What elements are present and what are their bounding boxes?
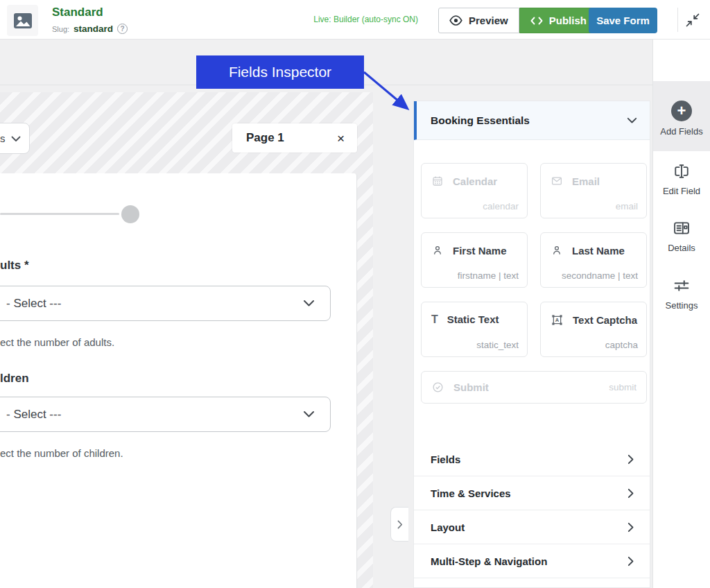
field-card-text-captcha[interactable]: A Text Captcha captcha — [540, 302, 647, 357]
adults-select[interactable]: - Select --- — [0, 286, 331, 321]
field-card-label: First Name — [453, 245, 507, 257]
preview-publish-group: Preview Publish — [438, 8, 598, 33]
captcha-icon: A — [551, 313, 564, 327]
fields-inspector-callout: Fields Inspector — [196, 55, 364, 89]
help-icon[interactable]: ? — [117, 24, 128, 34]
sidebar-item-details[interactable]: Details — [653, 218, 710, 253]
adults-select-value: - Select --- — [6, 297, 303, 311]
section-multi-step[interactable]: Multi-Step & Navigation — [414, 544, 650, 578]
field-card-sub: captcha — [605, 340, 638, 350]
header-divider — [677, 8, 678, 32]
chevron-down-icon — [11, 136, 21, 142]
fields-inspector-panel: Booking Essentials Calendar calendar Ema… — [413, 101, 650, 588]
field-category-list: Fields Time & Services Layout Multi-Step… — [414, 442, 650, 578]
inspector-collapse-handle[interactable] — [390, 507, 408, 542]
form-title: Standard — [52, 6, 103, 19]
form-thumbnail — [7, 5, 38, 36]
sidebar-item-settings[interactable]: Settings — [653, 276, 710, 311]
field-card-calendar: Calendar calendar — [421, 163, 528, 218]
slider-track — [0, 213, 119, 215]
sidebar-item-edit-field[interactable]: Edit Field — [653, 162, 710, 196]
publish-label: Publish — [549, 15, 587, 26]
person-icon — [431, 244, 444, 257]
chevron-down-icon — [303, 300, 315, 307]
calendar-icon — [431, 175, 444, 187]
field-card-label: Calendar — [453, 175, 497, 187]
form-slug: Slug: standard ? — [52, 24, 128, 34]
field-cards-grid: Calendar calendar Email email First Name… — [421, 163, 646, 404]
chevron-right-icon — [397, 520, 403, 529]
chevron-right-icon — [627, 522, 634, 533]
code-icon — [530, 16, 543, 26]
chevron-down-icon — [303, 410, 315, 418]
page-selector-fragment: s — [0, 132, 6, 144]
preview-label: Preview — [469, 15, 508, 26]
field-card-label: Submit — [453, 381, 489, 393]
adults-field-label: ults * — [0, 259, 29, 273]
field-card-submit: Submit submit — [421, 371, 647, 404]
section-time-services[interactable]: Time & Services — [414, 476, 650, 510]
field-card-label: Last Name — [572, 245, 625, 257]
field-card-label: Text Captcha — [573, 314, 637, 326]
chevron-right-icon — [627, 454, 634, 465]
sidebar-item-add-fields[interactable]: + Add Fields — [653, 101, 710, 137]
field-card-static-text[interactable]: T Static Text static_text — [421, 302, 528, 357]
field-card-email: Email email — [540, 163, 647, 218]
details-icon — [671, 218, 692, 238]
field-card-label: Static Text — [447, 313, 499, 325]
close-icon[interactable]: × — [337, 132, 345, 145]
children-select[interactable]: - Select --- — [0, 397, 331, 432]
section-layout[interactable]: Layout — [414, 510, 650, 544]
children-field-label: ldren — [0, 372, 29, 386]
field-card-sub: submit — [609, 382, 637, 392]
builder-sidebar: + Add Fields Edit Field Details Settings — [652, 40, 710, 588]
callout-label: Fields Inspector — [229, 64, 331, 80]
slider-handle[interactable] — [121, 205, 139, 223]
page-tab[interactable]: Page 1 × — [232, 123, 357, 153]
field-card-sub: static_text — [476, 340, 519, 350]
field-card-sub: firstname | text — [458, 270, 519, 281]
booking-essentials-header[interactable]: Booking Essentials — [414, 101, 650, 140]
chevron-right-icon — [627, 556, 634, 567]
field-card-sub: calendar — [483, 201, 519, 211]
children-helper-text: ect the number of children. — [0, 447, 123, 459]
field-card-sub: secondname | text — [562, 270, 638, 281]
person-icon — [551, 244, 563, 257]
form-preview-panel: ults * - Select --- ect the number of ad… — [0, 173, 357, 588]
children-select-value: - Select --- — [6, 408, 303, 422]
eye-icon — [449, 15, 462, 26]
slug-value: standard — [73, 24, 113, 34]
svg-text:A: A — [555, 317, 560, 323]
adults-helper-text: ect the number of adults. — [0, 336, 114, 348]
slug-label: Slug: — [52, 25, 69, 33]
settings-sliders-icon — [671, 276, 692, 295]
edit-field-icon — [671, 162, 692, 181]
field-card-first-name[interactable]: First Name firstname | text — [421, 232, 528, 288]
publish-button[interactable]: Publish — [519, 8, 598, 33]
field-card-last-name[interactable]: Last Name secondname | text — [540, 232, 647, 288]
chevron-down-icon — [627, 117, 637, 124]
collapse-icon[interactable] — [684, 11, 702, 29]
text-icon: T — [431, 314, 438, 325]
page-selector-dropdown[interactable]: s — [0, 123, 30, 154]
field-card-label: Email — [572, 175, 600, 187]
image-icon — [13, 12, 33, 29]
app-header: Standard Slug: standard ? Live: Builder … — [0, 0, 710, 40]
save-form-button[interactable]: Save Form — [589, 8, 657, 33]
group-title: Booking Essentials — [431, 114, 530, 127]
check-circle-icon — [431, 381, 444, 394]
page-tab-label: Page 1 — [246, 131, 284, 145]
section-fields[interactable]: Fields — [414, 442, 650, 476]
chevron-right-icon — [627, 488, 634, 499]
plus-circle-icon: + — [671, 101, 692, 121]
field-card-sub: email — [616, 201, 638, 211]
email-icon — [551, 175, 563, 187]
live-status: Live: Builder (auto-sync ON) — [307, 15, 418, 24]
preview-button[interactable]: Preview — [438, 8, 519, 33]
